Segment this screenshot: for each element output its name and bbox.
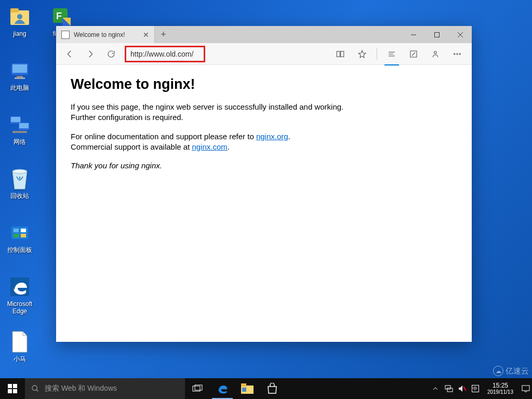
taskbar-clock[interactable]: 15:25 2019/11/13 (484, 382, 516, 395)
link-nginx-org[interactable]: nginx.org (256, 132, 288, 141)
svg-point-2 (17, 14, 22, 19)
refresh-button[interactable] (102, 45, 121, 63)
watermark-text: 亿速云 (506, 366, 529, 376)
taskbar-edge[interactable] (210, 378, 235, 399)
svg-line-40 (36, 390, 38, 391)
desktop-icon-label: 此电脑 (0, 84, 39, 91)
close-window-button[interactable] (448, 26, 472, 43)
svg-rect-6 (12, 64, 27, 73)
page-icon (61, 31, 70, 39)
page-heading: Welcome to nginx! (71, 76, 457, 92)
link-nginx-com[interactable]: nginx.com (192, 142, 227, 151)
ime-tray-icon[interactable]: 中 (472, 385, 479, 392)
browser-tab[interactable]: Welcome to nginx! ✕ (56, 26, 155, 43)
taskbar-search[interactable]: 搜索 Web 和 Windows (25, 378, 185, 399)
taskbar-store[interactable] (260, 378, 285, 399)
minimize-button[interactable] (402, 26, 425, 43)
desktop-icon-label: 小马 (0, 355, 39, 363)
svg-point-34 (459, 53, 460, 54)
new-tab-button[interactable]: + (155, 26, 172, 43)
svg-rect-25 (337, 51, 340, 57)
svg-line-48 (463, 387, 466, 391)
page-paragraph: If you see this page, the nginx web serv… (71, 102, 362, 123)
page-thanks: Thank you for using nginx. (71, 161, 362, 171)
svg-rect-18 (14, 234, 19, 237)
search-icon (31, 384, 39, 393)
desktop-icon-network[interactable]: 网络 (0, 112, 39, 145)
close-tab-icon[interactable]: ✕ (143, 31, 149, 39)
favorites-button[interactable] (352, 45, 373, 63)
svg-rect-45 (242, 388, 246, 392)
svg-rect-26 (341, 51, 344, 57)
desktop-icon-recycle-bin[interactable]: 回收站 (0, 166, 39, 200)
volume-tray-icon[interactable] (458, 384, 467, 393)
forward-button[interactable] (81, 45, 100, 63)
svg-rect-46 (445, 385, 450, 389)
fiddler-icon: F (50, 5, 73, 28)
maximize-button[interactable] (425, 26, 448, 43)
svg-point-14 (12, 169, 27, 174)
control-panel-icon (8, 221, 31, 244)
this-pc-icon (8, 59, 31, 82)
start-button[interactable] (0, 378, 25, 399)
nav-bar: http://www.old.com/ (56, 43, 472, 65)
url-text: http://www.old.com/ (130, 50, 193, 58)
page-content: Welcome to nginx! If you see this page, … (56, 65, 472, 342)
svg-rect-38 (13, 389, 17, 393)
desktop-icon-file[interactable]: 小马 (0, 329, 39, 363)
desktop-icon-label: Microsoft Edge (0, 300, 39, 315)
desktop-icon-label: 回收站 (0, 192, 39, 200)
time-text: 15:25 (487, 382, 513, 389)
desktop-icon-label: jiang (0, 30, 39, 37)
svg-rect-8 (15, 77, 25, 79)
notifications-icon[interactable] (522, 384, 530, 393)
svg-rect-19 (21, 234, 26, 237)
desktop-icon-edge[interactable]: Microsoft Edge (0, 274, 39, 315)
tray-chevron-icon[interactable] (431, 384, 440, 393)
separator (377, 48, 377, 60)
desktop-icon-label: 控制面板 (0, 246, 39, 254)
share-button[interactable] (425, 45, 446, 63)
svg-rect-44 (241, 383, 246, 387)
date-text: 2019/11/13 (487, 389, 513, 395)
network-icon (8, 113, 31, 136)
svg-point-31 (434, 51, 437, 54)
svg-rect-47 (447, 388, 453, 392)
back-button[interactable] (60, 45, 79, 63)
folder-icon (241, 383, 254, 394)
user-folder-icon (8, 5, 31, 28)
svg-rect-49 (522, 385, 529, 391)
address-bar[interactable]: http://www.old.com/ (125, 46, 205, 62)
desktop-icon-user[interactable]: jiang (0, 4, 39, 37)
desktop-icon-control-panel[interactable]: 控制面板 (0, 220, 39, 254)
taskbar: 搜索 Web 和 Windows 中 15:25 2019/11/1 (0, 378, 532, 399)
svg-rect-1 (10, 8, 19, 12)
windows-logo-icon (8, 384, 17, 393)
task-view-button[interactable] (185, 378, 210, 399)
page-paragraph: For online documentation and support ple… (71, 131, 362, 153)
svg-rect-35 (8, 384, 12, 388)
desktop-icon-pc[interactable]: 此电脑 (0, 58, 39, 91)
web-note-button[interactable] (403, 45, 424, 63)
watermark: ☁ 亿速云 (493, 366, 529, 376)
svg-rect-37 (8, 389, 12, 393)
more-button[interactable] (447, 45, 468, 63)
hub-button[interactable] (381, 45, 402, 63)
svg-rect-13 (12, 131, 27, 133)
store-icon (267, 383, 278, 394)
edge-browser-window: Welcome to nginx! ✕ + http://www.old. (56, 26, 472, 342)
svg-rect-10 (11, 117, 20, 122)
svg-rect-22 (434, 32, 439, 37)
cloud-icon: ☁ (493, 366, 503, 376)
window-controls (402, 26, 472, 43)
edge-icon (216, 382, 229, 395)
search-placeholder: 搜索 Web 和 Windows (45, 384, 117, 393)
reading-view-button[interactable] (330, 45, 351, 63)
svg-rect-17 (21, 229, 26, 232)
svg-rect-36 (13, 384, 17, 388)
desktop-icon-label: 网络 (0, 138, 39, 145)
taskbar-explorer[interactable] (235, 378, 260, 399)
svg-point-33 (457, 53, 458, 54)
network-tray-icon[interactable] (445, 384, 453, 393)
svg-point-39 (32, 385, 37, 390)
